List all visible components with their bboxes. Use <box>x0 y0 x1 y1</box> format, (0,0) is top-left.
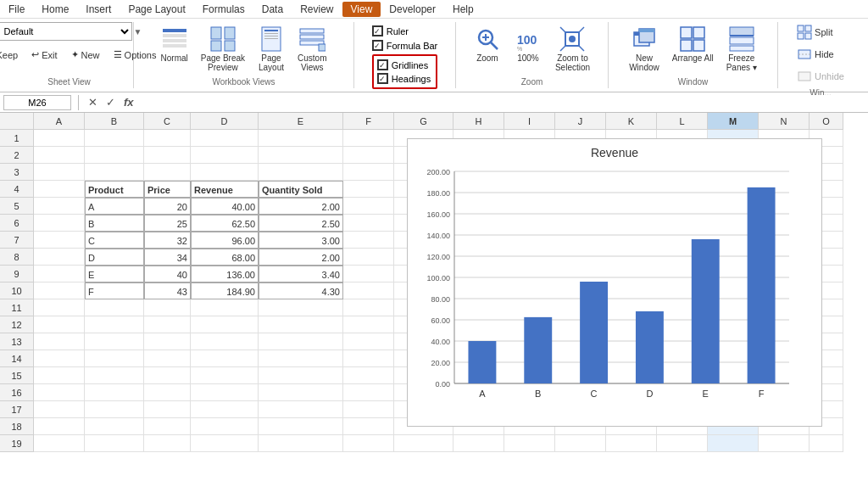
cell-F8[interactable] <box>343 249 394 266</box>
cell-D4[interactable]: Revenue <box>191 181 259 198</box>
cell-F18[interactable] <box>343 418 394 435</box>
row-header-8[interactable]: 8 <box>0 249 34 266</box>
cell-C1[interactable] <box>144 130 191 147</box>
cell-F17[interactable] <box>343 401 394 418</box>
menu-formulas[interactable]: Formulas <box>194 2 253 17</box>
cell-D18[interactable] <box>191 418 259 435</box>
cell-C19[interactable] <box>144 435 191 452</box>
keep-button[interactable]: 📌 Keep <box>0 47 22 63</box>
row-header-2[interactable]: 2 <box>0 147 34 164</box>
sheet-view-select[interactable]: Default <box>0 22 132 41</box>
cell-A3[interactable] <box>34 164 85 181</box>
cell-B4[interactable]: Product <box>85 181 144 198</box>
cell-B13[interactable] <box>85 333 144 350</box>
formula-bar-checkbox[interactable] <box>372 40 383 51</box>
cell-B17[interactable] <box>85 401 144 418</box>
cell-C2[interactable] <box>144 147 191 164</box>
menu-help[interactable]: Help <box>444 2 482 17</box>
freeze-panes-button[interactable]: FreezePanes ▾ <box>721 22 762 76</box>
row-header-12[interactable]: 12 <box>0 316 34 333</box>
menu-data[interactable]: Data <box>253 2 292 17</box>
cell-C8[interactable]: 34 <box>144 249 191 266</box>
cell-B12[interactable] <box>85 316 144 333</box>
normal-button[interactable]: Normal <box>156 22 193 66</box>
cell-F16[interactable] <box>343 384 394 401</box>
menu-file[interactable]: File <box>0 2 33 17</box>
col-header-L[interactable]: L <box>657 113 708 130</box>
cell-J19[interactable] <box>555 435 606 452</box>
cell-F9[interactable] <box>343 266 394 282</box>
row-header-19[interactable]: 19 <box>0 435 34 452</box>
col-header-I[interactable]: I <box>504 113 555 130</box>
cell-F14[interactable] <box>343 350 394 367</box>
row-header-6[interactable]: 6 <box>0 215 34 232</box>
name-box[interactable] <box>3 95 71 110</box>
cell-E14[interactable] <box>259 350 343 367</box>
cell-M19[interactable] <box>708 435 759 452</box>
cell-A7[interactable] <box>34 232 85 249</box>
confirm-icon[interactable]: ✓ <box>103 95 118 109</box>
cell-G19[interactable] <box>394 435 453 452</box>
cell-D13[interactable] <box>191 333 259 350</box>
cell-B14[interactable] <box>85 350 144 367</box>
cell-A18[interactable] <box>34 418 85 435</box>
cell-A11[interactable] <box>34 299 85 316</box>
cell-E15[interactable] <box>259 367 343 384</box>
cell-B7[interactable]: C <box>85 232 144 249</box>
hide-button[interactable]: Hide <box>793 44 849 64</box>
row-header-17[interactable]: 17 <box>0 401 34 418</box>
cell-E11[interactable] <box>259 299 343 316</box>
cell-A1[interactable] <box>34 130 85 147</box>
col-header-J[interactable]: J <box>555 113 606 130</box>
headings-checkbox[interactable] <box>377 73 388 84</box>
cell-E1[interactable] <box>259 130 343 147</box>
cell-A12[interactable] <box>34 316 85 333</box>
page-layout-button[interactable]: PageLayout <box>253 22 290 76</box>
cell-E12[interactable] <box>259 316 343 333</box>
cell-E19[interactable] <box>259 435 343 452</box>
cell-E3[interactable] <box>259 164 343 181</box>
cell-D11[interactable] <box>191 299 259 316</box>
cell-F7[interactable] <box>343 232 394 249</box>
cell-E2[interactable] <box>259 147 343 164</box>
row-header-4[interactable]: 4 <box>0 181 34 198</box>
cell-C4[interactable]: Price <box>144 181 191 198</box>
cell-E13[interactable] <box>259 333 343 350</box>
cell-B10[interactable]: F <box>85 282 144 299</box>
menu-page-layout[interactable]: Page Layout <box>120 2 193 17</box>
cell-C7[interactable]: 32 <box>144 232 191 249</box>
row-header-18[interactable]: 18 <box>0 418 34 435</box>
cell-D10[interactable]: 184.90 <box>191 282 259 299</box>
cell-A15[interactable] <box>34 367 85 384</box>
zoom-to-selection-button[interactable]: Zoom toSelection <box>550 22 595 76</box>
formula-input[interactable] <box>140 95 865 110</box>
cell-B19[interactable] <box>85 435 144 452</box>
cell-C17[interactable] <box>144 401 191 418</box>
cell-I19[interactable] <box>504 435 555 452</box>
row-header-16[interactable]: 16 <box>0 384 34 401</box>
cell-F4[interactable] <box>343 181 394 198</box>
row-header-14[interactable]: 14 <box>0 350 34 367</box>
cell-D16[interactable] <box>191 384 259 401</box>
cell-F12[interactable] <box>343 316 394 333</box>
cell-H19[interactable] <box>453 435 504 452</box>
split-button[interactable]: Split <box>793 22 849 42</box>
function-icon[interactable]: fx <box>121 95 136 109</box>
cell-D9[interactable]: 136.00 <box>191 266 259 282</box>
cell-B9[interactable]: E <box>85 266 144 282</box>
cell-E18[interactable] <box>259 418 343 435</box>
cell-C9[interactable]: 40 <box>144 266 191 282</box>
row-header-3[interactable]: 3 <box>0 164 34 181</box>
cell-F11[interactable] <box>343 299 394 316</box>
cell-F1[interactable] <box>343 130 394 147</box>
cancel-icon[interactable]: ✕ <box>86 95 100 109</box>
cell-K19[interactable] <box>606 435 657 452</box>
cell-B2[interactable] <box>85 147 144 164</box>
col-header-K[interactable]: K <box>606 113 657 130</box>
cell-C13[interactable] <box>144 333 191 350</box>
cell-B6[interactable]: B <box>85 215 144 232</box>
cell-E6[interactable]: 2.50 <box>259 215 343 232</box>
cell-B15[interactable] <box>85 367 144 384</box>
cell-B18[interactable] <box>85 418 144 435</box>
cell-D15[interactable] <box>191 367 259 384</box>
